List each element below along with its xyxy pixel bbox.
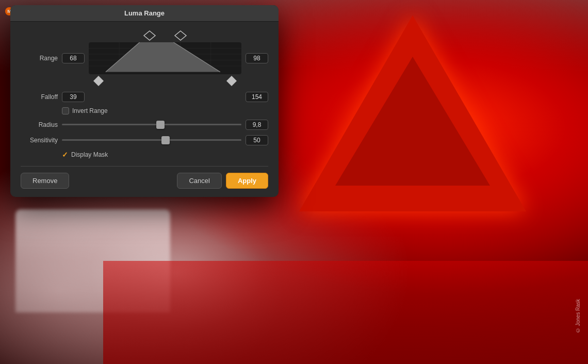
sensitivity-label: Sensitivity xyxy=(21,137,58,144)
range-label: Range xyxy=(21,55,58,62)
invert-range-label: Invert Range xyxy=(72,107,108,114)
handle-bottom-left[interactable] xyxy=(93,75,104,87)
copyright-text: © Jones Rask xyxy=(575,299,581,333)
sensitivity-row: Sensitivity 50 xyxy=(21,135,268,145)
falloff-label: Falloff xyxy=(21,93,58,101)
cancel-button[interactable]: Cancel xyxy=(177,173,221,189)
mountain xyxy=(299,15,526,211)
handle-top-left[interactable] xyxy=(142,30,157,41)
handle-top-right[interactable] xyxy=(173,30,188,41)
falloff-value-left[interactable]: 39 xyxy=(62,92,85,102)
divider xyxy=(21,166,268,167)
display-mask-checkmark: ✓ xyxy=(62,151,68,159)
dialog-body: Range 68 xyxy=(10,22,279,197)
sensitivity-value[interactable]: 50 xyxy=(246,135,268,145)
falloff-value-right[interactable]: 154 xyxy=(246,92,268,102)
range-value-right[interactable]: 98 xyxy=(246,53,268,63)
remove-button[interactable]: Remove xyxy=(21,173,69,189)
apply-button[interactable]: Apply xyxy=(226,173,268,189)
range-row: Range 68 xyxy=(21,30,268,87)
sensitivity-slider[interactable] xyxy=(62,139,241,141)
sensitivity-slider-container xyxy=(62,136,241,145)
radius-value[interactable]: 9,8 xyxy=(246,120,268,130)
radius-row: Radius 9,8 xyxy=(21,120,268,130)
svg-marker-1 xyxy=(175,31,186,40)
svg-marker-14 xyxy=(226,76,237,86)
river xyxy=(103,261,588,364)
falloff-row: Falloff 39 154 xyxy=(21,92,268,102)
radius-slider-container xyxy=(62,120,241,129)
svg-marker-13 xyxy=(93,76,104,86)
buttons-row: Remove Cancel Apply xyxy=(21,173,268,189)
range-value-left[interactable]: 68 xyxy=(62,53,85,63)
svg-marker-0 xyxy=(144,31,155,40)
luma-range-dialog: Luma Range Range 68 xyxy=(10,5,279,197)
invert-range-row: Invert Range xyxy=(21,107,268,114)
handle-bottom-right[interactable] xyxy=(226,75,237,87)
luma-chart xyxy=(89,42,241,74)
invert-range-checkbox[interactable] xyxy=(62,107,69,114)
radius-label: Radius xyxy=(21,121,58,128)
radius-slider[interactable] xyxy=(62,124,241,125)
dialog-title: Luma Range xyxy=(10,5,279,22)
display-mask-label: Display Mask xyxy=(71,151,108,158)
display-mask-row: ✓ Display Mask xyxy=(21,151,268,159)
